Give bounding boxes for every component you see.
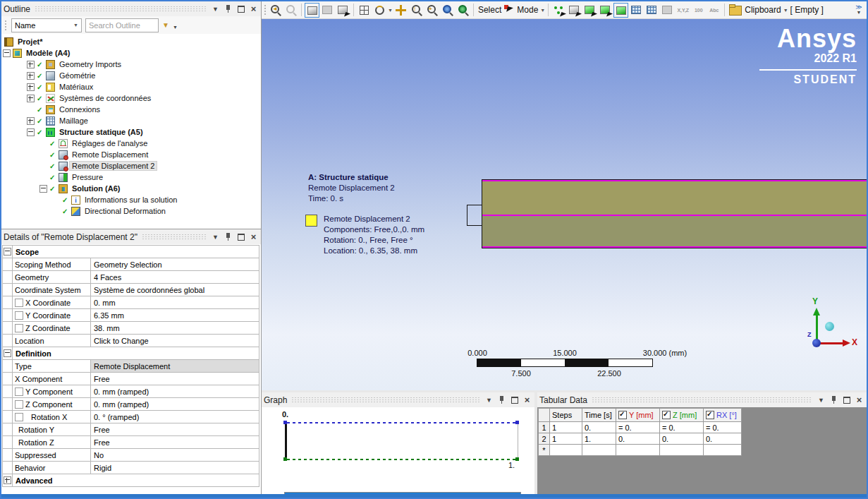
zoom-icon[interactable]: ↕ (409, 3, 424, 18)
tree-item-informations-solution[interactable]: Informations sur la solution (1, 194, 261, 205)
filter-type-dropdown[interactable]: Name ▼ (11, 18, 82, 32)
details-row-rotation-z[interactable]: Rotation Z Free (3, 436, 259, 449)
checkbox-unchecked-icon[interactable] (15, 299, 23, 307)
tree-item-remote-displacement-2[interactable]: Remote Displacement 2 (1, 160, 261, 172)
select-face-icon[interactable] (582, 3, 597, 18)
column-rx[interactable]: RX [°] (704, 409, 742, 422)
select-disabled-icon[interactable] (660, 3, 675, 18)
label-tool-icon[interactable]: Abc (707, 3, 721, 18)
checkbox-checked-icon[interactable] (662, 411, 671, 419)
panel-menu-icon[interactable]: ▼ (210, 232, 221, 242)
details-group-advanced[interactable]: Advanced (3, 474, 259, 487)
expand-search-icon[interactable]: ▼ (162, 21, 169, 29)
pin-icon[interactable] (223, 232, 233, 242)
graph-plot[interactable]: 0. 1. 1 (262, 407, 534, 494)
tree-item-maillage[interactable]: Maillage (1, 115, 261, 126)
toolbar-overflow-icon[interactable]: ≫▼ (853, 5, 864, 15)
select-mode-cursor-icon[interactable] (503, 3, 515, 18)
details-row-suppressed[interactable]: Suppressed No (3, 449, 259, 462)
triad-x-axis[interactable] (818, 342, 843, 344)
select-multibody-icon[interactable] (644, 3, 659, 18)
select-body-icon[interactable] (629, 3, 644, 18)
tabular-row-1[interactable]: 1 1 0. = 0. = 0. = 0. (539, 422, 742, 433)
select-face-alt-icon[interactable] (598, 3, 613, 18)
expand-expander-icon[interactable] (4, 476, 11, 484)
tree-item-connexions[interactable]: Connexions (1, 104, 261, 115)
graphics-viewport[interactable]: Ansys 2022 R1 STUDENT A: Structure stati… (262, 18, 867, 390)
zoom-previous-icon[interactable]: ◄ (268, 3, 283, 18)
show-mesh-icon[interactable] (336, 3, 350, 18)
rotate-dropdown-icon[interactable]: ▼ (388, 8, 393, 13)
details-row-behavior[interactable]: Behavior Rigid (3, 462, 259, 474)
checkbox-unchecked-icon[interactable] (15, 324, 23, 332)
column-time[interactable]: Time [s] (582, 409, 616, 422)
rotate-icon[interactable] (372, 3, 387, 18)
checkbox-unchecked-icon[interactable] (15, 413, 23, 421)
details-group-scope[interactable]: Scope (3, 246, 259, 258)
zoom-in-icon[interactable]: + (424, 3, 439, 18)
horizontal-divider[interactable] (262, 390, 867, 392)
tree-item-remote-displacement[interactable]: Remote Displacement (1, 149, 261, 160)
details-row-rotation-y[interactable]: Rotation Y Free (3, 423, 259, 436)
details-row-coordinate-system[interactable]: Coordinate System Système de coordonnées… (3, 284, 259, 296)
details-row-z-component[interactable]: Z Component 0. mm (ramped) (3, 398, 259, 411)
mode-label[interactable]: Mode (515, 5, 539, 15)
vertical-divider[interactable] (534, 392, 537, 494)
drag-grip-icon[interactable] (4, 20, 8, 31)
column-steps[interactable]: Steps (550, 409, 582, 422)
close-icon[interactable]: × (854, 395, 864, 405)
pin-icon[interactable] (496, 395, 507, 405)
tree-item-materiaux[interactable]: Matériaux (1, 81, 261, 92)
panel-menu-icon[interactable]: ▼ (484, 395, 494, 405)
expand-expander-icon[interactable] (27, 117, 35, 125)
close-icon[interactable]: × (248, 232, 259, 242)
details-row-rotation-x[interactable]: Rotation X 0. ° (ramped) (3, 411, 259, 423)
collapse-expander-icon[interactable] (4, 349, 11, 357)
maximize-icon[interactable] (236, 4, 246, 14)
mode-dropdown-icon[interactable]: ▼ (540, 8, 545, 13)
details-group-definition[interactable]: Definition (3, 347, 259, 360)
probe-value-icon[interactable]: 100 (691, 3, 706, 18)
search-outline-input[interactable] (85, 18, 159, 32)
tree-item-solution[interactable]: Solution (A6) (1, 183, 261, 194)
select-vertex-icon[interactable] (551, 3, 566, 18)
zoom-auto-fit-icon[interactable] (456, 3, 470, 18)
collapse-expander-icon[interactable] (39, 185, 47, 193)
zoom-fit-icon[interactable] (440, 3, 455, 18)
pan-icon[interactable] (393, 3, 408, 18)
tree-item-projet[interactable]: Projet* (1, 36, 261, 47)
tree-item-modele[interactable]: Modèle (A4) (1, 47, 261, 59)
tree-item-geometrie[interactable]: Géométrie (1, 70, 261, 81)
details-row-z-coordinate[interactable]: Z Coordinate 38. mm (3, 322, 259, 335)
details-row-location[interactable]: Location Click to Change (3, 335, 259, 347)
pin-icon[interactable] (829, 395, 839, 405)
select-edge-icon[interactable] (567, 3, 582, 18)
tree-item-geometry-imports[interactable]: Geometry Imports (1, 59, 261, 70)
expand-expander-icon[interactable] (27, 72, 35, 80)
pin-icon[interactable] (223, 4, 233, 14)
column-y[interactable]: Y [mm] (616, 409, 660, 422)
collapse-expander-icon[interactable] (4, 248, 11, 255)
tabular-row-2[interactable]: 2 1 1. 0. 0. 0. (539, 433, 742, 445)
tree-item-pressure[interactable]: Pressure (1, 172, 261, 183)
column-z[interactable]: Z [mm] (660, 409, 704, 422)
maximize-icon[interactable] (841, 395, 852, 405)
checkbox-checked-icon[interactable] (618, 411, 627, 419)
tree-item-reglages-analyse[interactable]: Réglages de l'analyse (1, 138, 261, 149)
shaded-exterior-icon[interactable] (305, 3, 319, 18)
tabular-row-new[interactable]: * (539, 445, 742, 456)
triad-y-arrow-icon[interactable] (813, 308, 820, 315)
coordinates-picker-icon[interactable]: X,Y,Z (676, 3, 690, 18)
tree-item-systemes-coordonnees[interactable]: Systèmes de coordonnées (1, 92, 261, 104)
maximize-icon[interactable] (236, 232, 246, 242)
triad-isometric-ball[interactable] (825, 322, 834, 331)
maximize-icon[interactable] (509, 395, 520, 405)
expand-expander-icon[interactable] (27, 95, 35, 102)
checkbox-checked-icon[interactable] (706, 411, 714, 419)
details-row-type[interactable]: Type Remote Displacement (3, 360, 259, 373)
geometry-body[interactable] (482, 179, 867, 248)
collapse-expander-icon[interactable] (27, 128, 35, 136)
select-face-active-icon[interactable] (613, 3, 628, 18)
clipboard-label[interactable]: Clipboard (743, 5, 782, 15)
wireframe-icon[interactable] (320, 3, 335, 18)
